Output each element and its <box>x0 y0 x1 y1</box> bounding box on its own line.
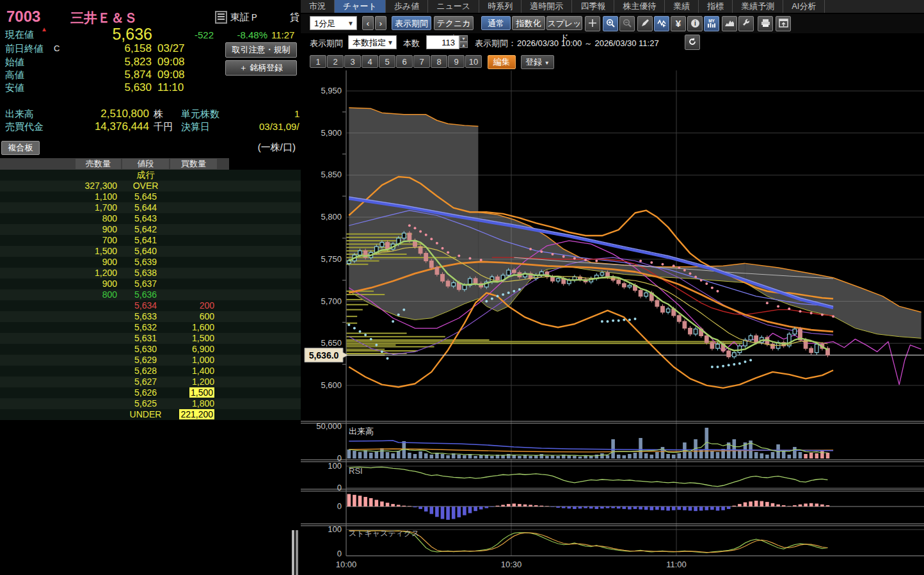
table-row[interactable]: 5,6261,500 <box>0 387 301 398</box>
panel-scrollbar-track[interactable] <box>296 530 298 575</box>
stock-name: 三井Ｅ＆Ｓ <box>70 9 138 27</box>
printer-icon[interactable] <box>758 16 773 31</box>
table-row[interactable]: 5,6291,000 <box>0 355 301 366</box>
tab-四季報[interactable]: 四季報 <box>572 0 614 13</box>
low-label: 安値 <box>5 82 24 94</box>
svg-text:5,950: 5,950 <box>321 86 342 95</box>
table-row[interactable]: 9005,637 <box>0 279 301 289</box>
order-book-header: 売数量 値段 買数量 <box>0 158 229 170</box>
reload-icon[interactable] <box>685 35 700 50</box>
svg-text:100: 100 <box>328 461 342 471</box>
sell-quantity: 1,700 <box>38 202 117 213</box>
table-row[interactable]: 8005,643 <box>0 213 301 224</box>
tab-株主優待[interactable]: 株主優待 <box>614 0 665 13</box>
market-board-icon <box>215 11 227 24</box>
tab-歩み値[interactable]: 歩み値 <box>386 0 428 13</box>
table-row[interactable]: 9005,639 <box>0 257 301 268</box>
svg-text:RSI: RSI <box>349 466 363 476</box>
table-row[interactable]: 327,300OVER <box>0 181 301 191</box>
interval-select[interactable]: 1分足▼ <box>310 16 357 30</box>
period-mode-select[interactable]: 本数指定▼ <box>348 35 397 49</box>
テクニカル-button[interactable]: テクニカル <box>434 16 474 30</box>
tab-チャート[interactable]: チャート <box>335 0 386 13</box>
table-row[interactable]: 1,5005,640 <box>0 246 301 257</box>
volume-label: 出来高 <box>5 108 34 120</box>
table-row[interactable]: 5,6271,200 <box>0 377 301 387</box>
buy-quantity: 1,400 <box>152 366 214 377</box>
svg-text:0: 0 <box>337 483 342 492</box>
buy-quantity: 1,600 <box>152 322 214 333</box>
crosshair-icon[interactable] <box>585 16 600 31</box>
zoom-in-icon[interactable] <box>603 16 618 31</box>
preset-button-5[interactable]: 5 <box>379 55 395 68</box>
table-row[interactable]: 1,1005,645 <box>0 191 301 202</box>
svg-text:ストキャスティクス: ストキャスティクス <box>349 529 420 538</box>
table-row[interactable]: 5,6281,400 <box>0 366 301 377</box>
preset-button-7[interactable]: 7 <box>413 55 430 68</box>
table-row[interactable]: 5,6251,800 <box>0 398 301 409</box>
table-row[interactable]: 5,6306,900 <box>0 344 301 355</box>
tab-市況[interactable]: 市況 <box>301 0 335 13</box>
通常-button[interactable]: 通常 <box>481 16 511 30</box>
table-row[interactable]: 7005,641 <box>0 235 301 246</box>
preset-button-9[interactable]: 9 <box>448 55 465 68</box>
preset-button-1[interactable]: 1 <box>310 55 326 68</box>
pencil-icon[interactable] <box>637 16 653 31</box>
register-button[interactable]: 登録 ▼ <box>521 55 554 69</box>
sell-quantity: 800 <box>38 289 117 300</box>
table-row[interactable]: UNDER221,200 <box>0 409 301 420</box>
preset-button-10[interactable]: 10 <box>465 55 482 68</box>
preset-button-2[interactable]: 2 <box>327 55 344 68</box>
table-row[interactable]: 9005,642 <box>0 224 301 235</box>
yen-icon[interactable]: ¥ <box>671 16 686 31</box>
export-icon[interactable] <box>776 16 791 31</box>
preset-button-3[interactable]: 3 <box>344 55 361 68</box>
svg-text:5,636.0: 5,636.0 <box>309 350 339 360</box>
turnover-unit: 千円 <box>154 121 173 133</box>
panel-scrollbar[interactable] <box>292 530 294 575</box>
preset-button-8[interactable]: 8 <box>431 55 447 68</box>
edit-button[interactable]: 編集 <box>488 55 516 69</box>
tab-適時開示[interactable]: 適時開示 <box>522 0 572 13</box>
price-level: 5,637 <box>122 279 170 289</box>
table-row[interactable]: 5,634200 <box>0 300 301 311</box>
prev-button[interactable]: ‹ <box>362 16 374 30</box>
スプレッド-button[interactable]: スプレッド <box>546 16 582 30</box>
preset-button-6[interactable]: 6 <box>396 55 413 68</box>
tab-業績予測[interactable]: 業績予測 <box>733 0 783 13</box>
composite-board-button[interactable]: 複合板 <box>1 141 40 155</box>
info-icon[interactable]: i <box>687 16 703 31</box>
tab-AI分析[interactable]: AI分析 <box>783 0 825 13</box>
my-indicator-icon[interactable]: MY <box>704 16 719 31</box>
next-button[interactable]: › <box>375 16 386 30</box>
tab-ニュース[interactable]: ニュース <box>428 0 479 13</box>
tab-業績[interactable]: 業績 <box>665 0 699 13</box>
chart-cursor-icon[interactable] <box>654 16 669 31</box>
table-row[interactable]: 5,6311,500 <box>0 333 301 344</box>
wrench-icon[interactable] <box>738 16 754 31</box>
svg-text:11:00: 11:00 <box>666 560 687 569</box>
low-time: 11:10 <box>157 81 184 94</box>
tab-時系列[interactable]: 時系列 <box>479 0 522 13</box>
table-row[interactable]: 1,7005,644 <box>0 202 301 213</box>
tab-指標[interactable]: 指標 <box>699 0 733 13</box>
mountain-chart-icon[interactable] <box>722 16 737 31</box>
zoom-out-icon[interactable] <box>619 16 635 31</box>
table-row[interactable]: 5,633600 <box>0 311 301 322</box>
chart-canvas[interactable]: 5,9505,9005,8505,8005,7505,7005,6505,600… <box>301 70 924 575</box>
bar-count-input[interactable]: 113 <box>426 35 459 49</box>
table-row[interactable]: 5,6321,600 <box>0 322 301 333</box>
svg-text:5,600: 5,600 <box>321 380 342 390</box>
high-label: 高値 <box>5 69 24 81</box>
bar-count-stepper[interactable]: ▼▲ <box>459 35 468 49</box>
trade-warning-button[interactable]: 取引注意・規制 <box>225 42 297 58</box>
preset-button-4[interactable]: 4 <box>362 55 378 68</box>
table-row[interactable]: 1,2005,638 <box>0 268 301 279</box>
add-watchlist-button[interactable]: ＋ 銘柄登録 <box>225 60 297 76</box>
table-row[interactable]: 成行 <box>0 170 301 181</box>
table-row[interactable]: 8005,636 <box>0 289 301 300</box>
表示期間-button[interactable]: 表示期間 <box>392 16 431 30</box>
prev-close-date: 03/27 <box>157 42 185 55</box>
指数化-button[interactable]: 指数化 <box>512 16 545 30</box>
prev-close-value: 6,158 <box>90 42 152 55</box>
